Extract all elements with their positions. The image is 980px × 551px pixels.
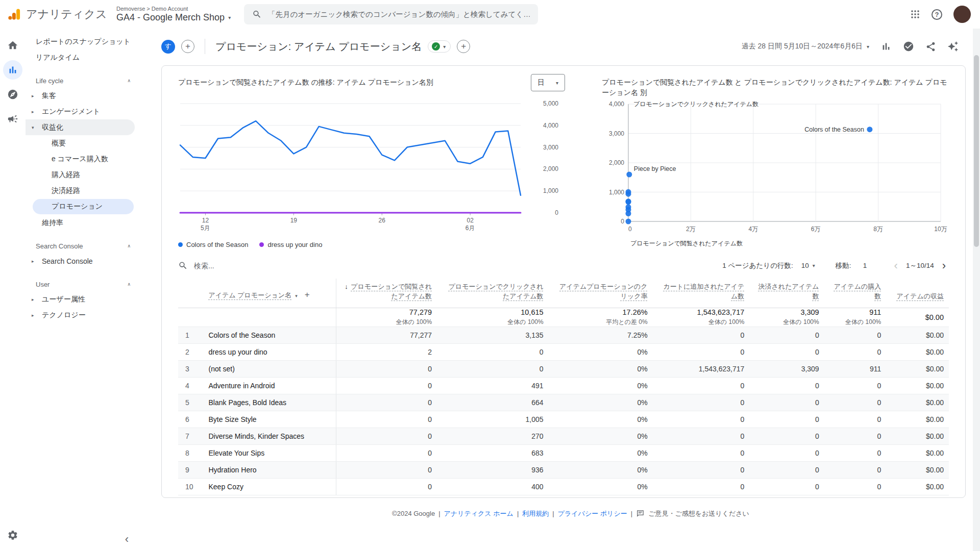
sidebar-item[interactable]: e コマース購入数 — [26, 151, 139, 167]
sidebar-item[interactable]: 決済経路 — [26, 183, 139, 198]
sidebar-item[interactable]: ▸Search Console — [26, 253, 135, 269]
col-header-metric[interactable]: ↓ プロモーションで閲覧されたアイテム数 — [336, 279, 437, 308]
totals-value: $0.00 — [891, 313, 944, 321]
cell-value: 0 — [824, 428, 887, 444]
top-app-bar: アナリティクス Demoverse > Demo Account GA4 - G… — [0, 0, 980, 29]
home-button[interactable] — [3, 36, 22, 55]
svg-text:10万: 10万 — [934, 226, 947, 233]
footer-link-terms[interactable]: 利用規約 — [522, 509, 549, 518]
search-bar[interactable] — [244, 4, 538, 24]
add-dimension-button[interactable]: + — [305, 290, 310, 299]
chevron-up-icon: ∧ — [127, 78, 131, 83]
cell-value: $0.00 — [886, 478, 949, 495]
sidebar-item[interactable]: ▸テクノロジー — [26, 307, 135, 323]
footer-link-privacy[interactable]: プライバシー ポリシー — [558, 509, 627, 518]
feedback-link[interactable]: ご意見・ご感想をお送りください — [648, 509, 749, 518]
insights-sparkle-icon[interactable] — [947, 41, 959, 52]
sidebar-item[interactable]: 購入経路 — [26, 167, 139, 183]
sidebar-item-label: 購入経路 — [52, 170, 80, 180]
table-row: 4Adventure in Android04910%000$0.00 — [178, 377, 949, 394]
cell-value: 0 — [824, 444, 887, 461]
scrollbar-track[interactable] — [973, 29, 980, 551]
sidebar-item[interactable]: 概要 — [26, 135, 139, 151]
col-header-label: プロモーションでクリックされたアイテム数 — [449, 283, 544, 300]
sidebar-item-label: プロモーション — [52, 202, 103, 211]
row-number: 1 — [178, 327, 203, 343]
collapse-sidenav-icon[interactable]: ‹ — [125, 534, 129, 545]
col-header-dimension[interactable]: アイテム プロモーション名▾+ — [203, 279, 336, 308]
interval-select[interactable]: 日 ▾ — [531, 74, 565, 91]
sidenav-items: レポートのスナップショットリアルタイムLife cycle∧▸集客▸エンゲージメ… — [26, 34, 139, 323]
sidebar-item-label: e コマース購入数 — [52, 155, 108, 164]
svg-text:Colors of the Season: Colors of the Season — [804, 126, 864, 133]
admin-button[interactable] — [7, 530, 18, 543]
svg-text:プロモーションでクリックされたアイテム数: プロモーションでクリックされたアイテム数 — [633, 101, 758, 108]
row-number: 6 — [178, 411, 203, 428]
sidebar-section-title: User — [36, 281, 50, 288]
reports-button[interactable] — [3, 60, 22, 80]
footer-link-home[interactable]: アナリティクス ホーム — [444, 509, 513, 518]
sidebar-section-header[interactable]: Search Console∧ — [26, 239, 139, 253]
sidebar-item-label: エンゲージメント — [42, 107, 100, 116]
rows-per-page-label: 1 ページあたりの行数: — [722, 261, 793, 270]
sidebar-item[interactable]: 維持率 — [26, 215, 135, 231]
add-button[interactable]: + — [457, 40, 470, 53]
advertising-button[interactable] — [3, 109, 22, 129]
row-number: 8 — [178, 444, 203, 461]
sidebar-item[interactable]: リアルタイム — [26, 49, 139, 65]
col-header-metric[interactable]: アイテムの購入数 — [824, 279, 887, 308]
sidebar-item[interactable]: レポートのスナップショット — [26, 34, 139, 49]
cell-value: $0.00 — [886, 377, 949, 394]
table-search-input[interactable] — [194, 262, 306, 270]
search-input[interactable] — [268, 10, 530, 18]
chevron-down-icon: ▾ — [867, 44, 869, 49]
help-icon[interactable]: ? — [932, 9, 942, 20]
sidebar-section-header[interactable]: Life cycle∧ — [26, 73, 139, 88]
compass-icon — [7, 89, 18, 100]
cell-value: 0 — [749, 377, 824, 394]
bar-chart-compare-icon[interactable] — [880, 41, 892, 52]
cell-value: 0 — [336, 428, 437, 444]
sidebar-item[interactable]: ▸エンゲージメント — [26, 104, 135, 119]
totals-cell: 77,279全体の 100% — [336, 308, 437, 327]
share-icon[interactable] — [925, 41, 936, 52]
prev-page-icon[interactable]: ‹ — [891, 260, 901, 271]
col-header-metric[interactable]: カートに追加されたアイテム数 — [653, 279, 750, 308]
goto-page-input[interactable]: 1 — [856, 262, 874, 269]
sidebar-item[interactable]: ▸集客 — [26, 88, 135, 104]
row-number: 4 — [178, 377, 203, 394]
col-header-metric[interactable]: 決済されたアイテム数 — [749, 279, 824, 308]
dimension-header-label: アイテム プロモーション名 — [208, 291, 291, 299]
check-circle-icon[interactable] — [903, 41, 914, 52]
date-range-picker[interactable]: 過去 28 日間 5月10日～2024年6月6日 ▾ — [742, 42, 869, 51]
col-header-metric[interactable]: プロモーションでクリックされたアイテム数 — [437, 279, 549, 308]
account-property-switcher[interactable]: Demoverse > Demo Account GA4 - Google Me… — [116, 6, 231, 23]
svg-text:0: 0 — [621, 218, 624, 225]
scatter-chart-panel: プロモーションで閲覧されたアイテム数 と プロモーションでクリックされたアイテム… — [602, 74, 949, 251]
table-search[interactable] — [178, 261, 341, 270]
sidebar-section-header[interactable]: User∧ — [26, 277, 139, 291]
analytics-logo[interactable]: アナリティクス — [7, 7, 107, 22]
next-page-icon[interactable]: › — [939, 260, 949, 271]
totals-spacer — [178, 308, 203, 327]
scrollbar-thumb[interactable] — [974, 55, 979, 247]
col-header-metric[interactable]: アイテムプロモーションのクリック率 — [549, 279, 653, 308]
legend-item: dress up your dino — [259, 241, 322, 248]
apps-grid-icon[interactable] — [910, 9, 920, 19]
cell-value: 0% — [549, 377, 653, 394]
sidebar-item[interactable]: プロモーション — [33, 199, 134, 214]
sidebar-item[interactable]: ▸ユーザー属性 — [26, 291, 135, 307]
col-header-label: カートに追加されたアイテム数 — [664, 283, 745, 300]
rows-per-page-select[interactable]: 10 ▾ — [798, 260, 818, 271]
col-header-metric[interactable]: アイテムの収益 — [886, 279, 949, 308]
add-comparison-button[interactable]: + — [181, 40, 194, 53]
report-status-badge[interactable]: ✓ ▾ — [428, 40, 451, 53]
segment-chip[interactable]: す — [161, 40, 175, 54]
cell-value: 0% — [549, 461, 653, 478]
sort-desc-icon: ↓ — [345, 283, 350, 290]
sidebar-item[interactable]: ▾収益化 — [26, 119, 135, 135]
explore-button[interactable] — [3, 85, 22, 104]
avatar[interactable] — [953, 6, 971, 23]
cell-value: 3,309 — [749, 360, 824, 377]
cell-value: 0 — [653, 343, 750, 360]
